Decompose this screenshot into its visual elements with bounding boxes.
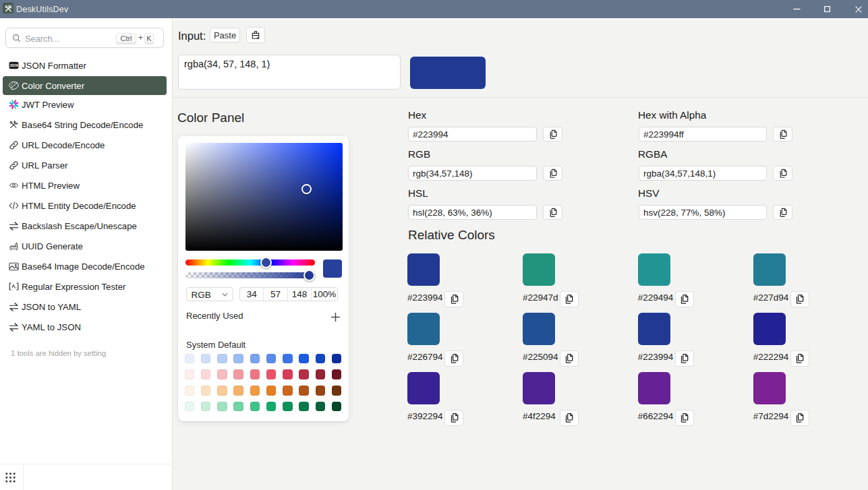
svg-text:JSON: JSON (9, 64, 18, 67)
